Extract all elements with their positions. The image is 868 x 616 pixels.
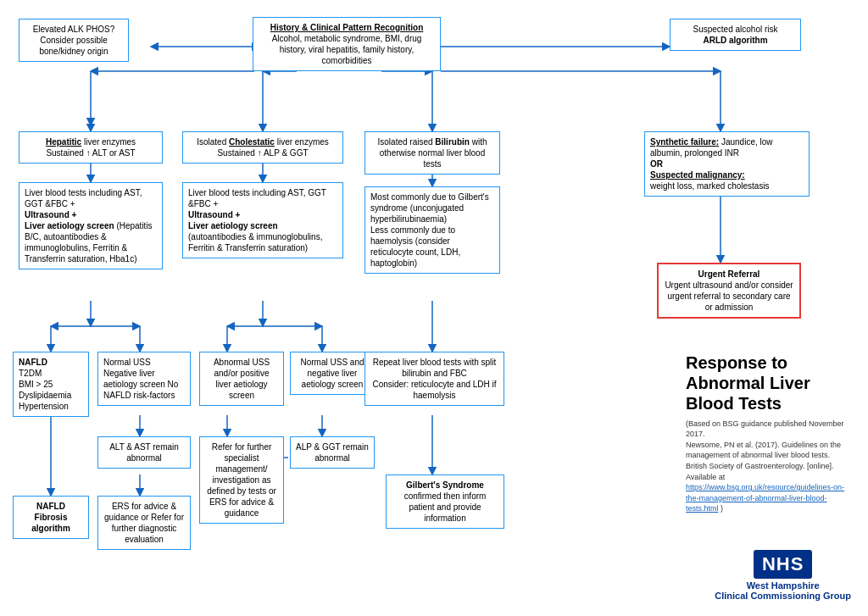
box-alt-ast: ALT & AST remain abnormal — [97, 436, 191, 469]
box-lbt2: Liver blood tests including AST, GGT &FB… — [182, 182, 343, 258]
alcohol-risk-text: Suspected alcohol riskARLD algorithm — [693, 25, 777, 45]
box-normal-uss2: Normal USS and negative liver aetiology … — [290, 352, 375, 395]
box-synthetic: Synthetic failure: Jaundice, low albumin… — [644, 131, 810, 197]
box-nafld-fibrosis: NAFLDFibrosisalgorithm — [13, 496, 89, 539]
box-refer-specialist: Refer for further specialist management/… — [199, 436, 284, 524]
box-title: History & Clinical Pattern Recognition — [270, 23, 424, 32]
nafld-risk-text: NAFLDT2DMBMI > 25DyslipidaemiaHypertensi… — [19, 358, 71, 411]
alk-phos-text: Elevated ALK PHOS? Consider possible bon… — [33, 25, 115, 56]
box-repeat-lbt: Repeat liver blood tests with split bili… — [364, 352, 504, 406]
org-sub: Clinical Commissioning Group — [715, 591, 851, 601]
gilberts-text: Most commonly due to Gilbert's syndrome … — [370, 192, 489, 268]
cholestatic-text: Isolated Cholestatic liver enzymesSustai… — [197, 137, 329, 158]
box-normal-uss: Normal USSNegative liver aetiology scree… — [97, 352, 191, 406]
box-history-clinical: History & Clinical Pattern Recognition A… — [253, 17, 441, 71]
ers-advice-text: ERS for advice & guidance or Refer for f… — [104, 502, 184, 544]
box-hepatitic: Hepatitic liver enzymesSustained ↑ ALT o… — [19, 131, 163, 164]
nhs-logo: NHS West Hampshire Clinical Commissionin… — [715, 550, 851, 601]
box-subtitle: Alcohol, metabolic syndrome, BMI, drug h… — [272, 34, 422, 65]
lbt2-text: Liver blood tests including AST, GGT &FB… — [188, 188, 326, 253]
title-panel: Response to Abnormal Liver Blood Tests (… — [686, 352, 851, 514]
normal-uss-text: Normal USSNegative liver aetiology scree… — [103, 358, 178, 400]
bsg-link[interactable]: https://www.bsg.org.uk/resource/guidelin… — [686, 483, 844, 513]
box-abnormal-uss: Abnormal USS and/or positive liver aetio… — [199, 352, 284, 406]
box-gilberts-text: Most commonly due to Gilbert's syndrome … — [364, 186, 500, 274]
urgent-text: Urgent ultrasound and/or consider urgent… — [665, 280, 793, 312]
gilberts-confirmed-text: Gilbert's Syndromeconfirmed then inform … — [404, 480, 487, 523]
synthetic-label: Synthetic failure: — [650, 137, 719, 147]
alt-ast-text: ALT & AST remain abnormal — [109, 442, 179, 463]
box-urgent-referral: Urgent Referral Urgent ultrasound and/or… — [657, 263, 801, 319]
urgent-label: Urgent Referral — [698, 269, 760, 279]
bilirubin-text: Isolated raised Bilirubin with otherwise… — [378, 137, 487, 169]
box-nafld-risk: NAFLDT2DMBMI > 25DyslipidaemiaHypertensi… — [13, 352, 89, 417]
box-alp-ggt: ALP & GGT remain abnormal — [290, 436, 375, 469]
box-gilberts-confirmed: Gilbert's Syndromeconfirmed then inform … — [386, 474, 504, 529]
arld-label: ARLD algorithm — [703, 36, 767, 45]
box-alk-phos: Elevated ALK PHOS? Consider possible bon… — [19, 19, 129, 62]
refer-specialist-text: Refer for further specialist management/… — [207, 442, 276, 518]
reference-text: (Based on BSG guidance published Novembe… — [686, 419, 851, 514]
box-bilirubin: Isolated raised Bilirubin with otherwise… — [364, 131, 500, 175]
normal-uss2-text: Normal USS and negative liver aetiology … — [300, 358, 364, 389]
org-name: West Hampshire — [715, 580, 851, 591]
nhs-badge: NHS — [754, 550, 812, 579]
nafld-fibrosis-text: NAFLDFibrosisalgorithm — [31, 502, 70, 533]
box-lbt1: Liver blood tests including AST, GGT &FB… — [19, 182, 163, 269]
box-cholestatic: Isolated Cholestatic liver enzymesSustai… — [182, 131, 343, 164]
box-ers-advice: ERS for advice & guidance or Refer for f… — [97, 496, 191, 550]
box-alcohol-risk: Suspected alcohol riskARLD algorithm — [670, 19, 801, 51]
abnormal-uss-text: Abnormal USS and/or positive liver aetio… — [214, 358, 270, 400]
main-title: Response to Abnormal Liver Blood Tests — [686, 352, 851, 413]
repeat-lbt-text: Repeat liver blood tests with split bili… — [372, 358, 496, 400]
lbt1-text: Liver blood tests including AST, GGT &FB… — [25, 188, 153, 264]
hepatitic-label: Hepatitic — [46, 137, 81, 147]
alp-ggt-text: ALP & GGT remain abnormal — [296, 442, 369, 463]
